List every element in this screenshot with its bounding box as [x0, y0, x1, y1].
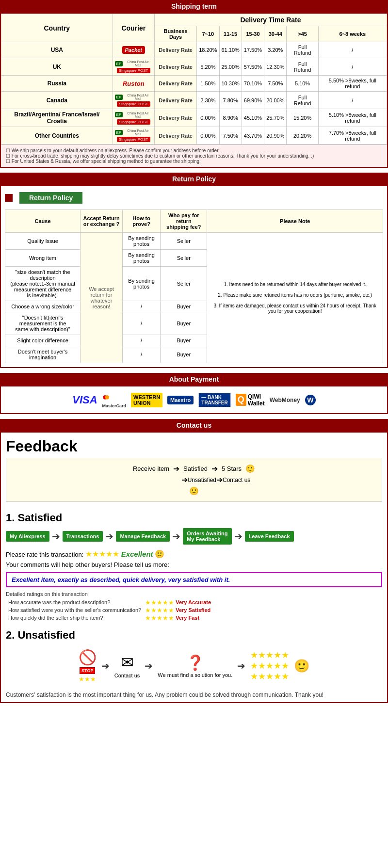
- delivery-time-header: Delivery Time Rate: [154, 14, 387, 26]
- unsatisfied-smile-icon: 🙂: [294, 659, 309, 674]
- return-table: Cause Accept Returnor exchange ? How to …: [5, 209, 383, 363]
- data-cell: 3.20%: [264, 42, 287, 58]
- data-cell: 5.50% >8weeks, full refund: [318, 76, 387, 92]
- detail-label-3: How quickly did the seller ship the item…: [6, 614, 144, 622]
- satisfied-section: 1. Satisfied My Aliexpress ➔ Transaction…: [1, 507, 387, 627]
- satisfied-title: 1. Satisfied: [6, 512, 382, 524]
- comment-prompt: Your comments will help other buyers! Pl…: [6, 561, 382, 568]
- courier-header: Courier: [113, 14, 154, 42]
- shipping-notes: ☐ We ship parcels to your default addres…: [1, 145, 387, 167]
- return-prove: /: [123, 312, 161, 335]
- flow-row-satisfied: Receive item ➔ Satisfied ➔ 5 Stars 🙂: [133, 464, 255, 473]
- step-leave-feedback[interactable]: Leave Feedback: [245, 531, 294, 542]
- smile-icon: 🙂: [245, 464, 255, 473]
- qiwi-logo-wrapper: Q QIWIWallet: [236, 393, 265, 407]
- return-policy-title: Return Policy: [19, 192, 82, 204]
- contact-section: Contact us Feedback Receive item ➔ Satis…: [0, 419, 388, 703]
- shipping-table: Country Courier Delivery Time Rate Busin…: [1, 14, 387, 145]
- data-cell: 8.90%: [219, 109, 242, 127]
- example-comment: Excellent item, exactly as described, qu…: [6, 572, 382, 587]
- detailed-ratings: Detailed ratings on this transaction How…: [6, 591, 382, 622]
- arrow-icon-3: ➔: [181, 475, 188, 484]
- satisfied-label: Satisfied: [183, 465, 208, 472]
- contact-section-header: Contact us: [0, 419, 388, 432]
- data-cell: 25.70%: [264, 109, 287, 127]
- return-cause: "Doesn't fit(item'smeasurement is thesam…: [5, 312, 81, 335]
- bank-transfer-logo: — BANKTRANSFER: [198, 393, 230, 407]
- data-cell: /: [318, 58, 387, 76]
- return-whopays: Buyer: [161, 312, 207, 335]
- unsatisfied-title: 2. Unsatisfied: [1, 627, 387, 644]
- return-cause: Choose a wrong size/color: [5, 301, 81, 312]
- step-transactions[interactable]: Transactions: [63, 531, 103, 542]
- feedback-flow: Receive item ➔ Satisfied ➔ 5 Stars 🙂 ➔ U…: [12, 464, 376, 496]
- return-whopays: Seller: [161, 233, 207, 250]
- return-prove: /: [123, 346, 161, 363]
- unsatisfied-flow: 🚫 STOP ★★★ ➔ ✉ Contact us ➔ ❓ We must fi…: [1, 644, 387, 688]
- payment-wrapper: VISA ●● MasterCard WESTERNUNION Maestro …: [0, 386, 388, 414]
- delivery-rate-cell: Delivery Rate: [154, 42, 196, 58]
- feedback-box: Receive item ➔ Satisfied ➔ 5 Stars 🙂 ➔ U…: [6, 458, 382, 502]
- country-header: Country: [1, 14, 113, 42]
- country-cell: Canada: [1, 92, 113, 109]
- data-cell: 20.20%: [287, 127, 318, 145]
- detailed-title: Detailed ratings on this transaction: [6, 591, 382, 597]
- step-manage-feedback[interactable]: Manage Feedback: [116, 531, 170, 542]
- col-header-30: 30-44: [264, 26, 287, 42]
- return-prove: By sendingphotos: [123, 250, 161, 267]
- feedback-title: Feedback: [1, 433, 387, 458]
- no-stop-group: 🚫 STOP ★★★: [79, 649, 97, 683]
- data-cell: 0.00%: [197, 109, 219, 127]
- return-whopays: Buyer: [161, 335, 207, 346]
- data-cell: 61.10%: [219, 42, 242, 58]
- country-cell: Brazil/Argentina/ France/Israel/ Croatia: [1, 109, 113, 127]
- data-cell: 15.20%: [287, 109, 318, 127]
- data-cell: 57.50%: [242, 58, 264, 76]
- delivery-rate-cell: Delivery Rate: [154, 76, 196, 92]
- unsatisfied-arrow-3: ➔: [237, 660, 245, 672]
- country-cell: Other Countries: [1, 127, 113, 145]
- detail-text-1: Very Accurate: [176, 598, 211, 606]
- delivery-rate-cell: Delivery Rate: [154, 58, 196, 76]
- data-cell: 5.10%: [287, 76, 318, 92]
- courier-cell: EFChina Post Air MailSingapore POST: [113, 92, 154, 109]
- col-header-11: 11-15: [219, 26, 242, 42]
- excellent-smile-icon: 🙂: [155, 550, 164, 558]
- arrow-icon-1: ➔: [173, 464, 179, 473]
- return-cause: Slight color difference: [5, 335, 81, 346]
- western-union-logo: WESTERNUNION: [131, 393, 162, 407]
- return-prove: /: [123, 335, 161, 346]
- unsatisfied-stars-low: ★★★: [79, 675, 96, 683]
- data-cell: 69.90%: [242, 92, 264, 109]
- return-prove: By sendingphotos: [123, 233, 161, 250]
- rate-text: Please rate this transaction:: [6, 551, 83, 558]
- step-my-aliexpress[interactable]: My Aliexpress: [6, 531, 49, 542]
- detail-label-2: How satisfied were you with the seller's…: [6, 606, 144, 614]
- data-cell: 20.00%: [264, 92, 287, 109]
- detail-stars-1: ★★★★★: [144, 598, 176, 606]
- return-col-cause: Cause: [5, 210, 81, 233]
- table-row: How accurate was the product description…: [6, 598, 211, 606]
- shipping-section: Shipping term Country Courier Delivery T…: [0, 0, 388, 168]
- country-cell: UK: [1, 58, 113, 76]
- data-cell: 12.30%: [264, 58, 287, 76]
- data-cell: Full Refund: [287, 42, 318, 58]
- frown-icon: 🙁: [189, 487, 199, 495]
- contact-us-flow-label: Contact us: [223, 477, 250, 483]
- detail-stars-3: ★★★★★: [144, 614, 176, 622]
- return-whopays: Buyer: [161, 346, 207, 363]
- data-cell: 7.70% >8weeks, full refund: [318, 127, 387, 145]
- no-sign-icon: 🚫: [79, 649, 97, 666]
- detail-stars-2: ★★★★★: [144, 606, 176, 614]
- stars-rating: ★★★★★: [85, 550, 119, 558]
- stars-high-group: ★★★★★ ★★★★★ ★★★★★: [250, 650, 289, 682]
- payment-section: About Payment VISA ●● MasterCard WESTERN…: [0, 373, 388, 414]
- email-group: ✉ Contact us: [114, 653, 140, 678]
- payment-logos: VISA ●● MasterCard WESTERNUNION Maestro …: [1, 386, 387, 413]
- step-orders-awaiting[interactable]: Orders AwaitingMy Feedback: [183, 528, 231, 545]
- return-policy-icon: [5, 194, 13, 202]
- shipping-note: ☐ For United States & Russia, we offer s…: [6, 159, 382, 164]
- detail-text-2: Very Satisfied: [176, 606, 211, 614]
- arrow-icon-2: ➔: [211, 464, 218, 473]
- return-policy-section: Return Policy Return Policy Cause Accept…: [0, 173, 388, 368]
